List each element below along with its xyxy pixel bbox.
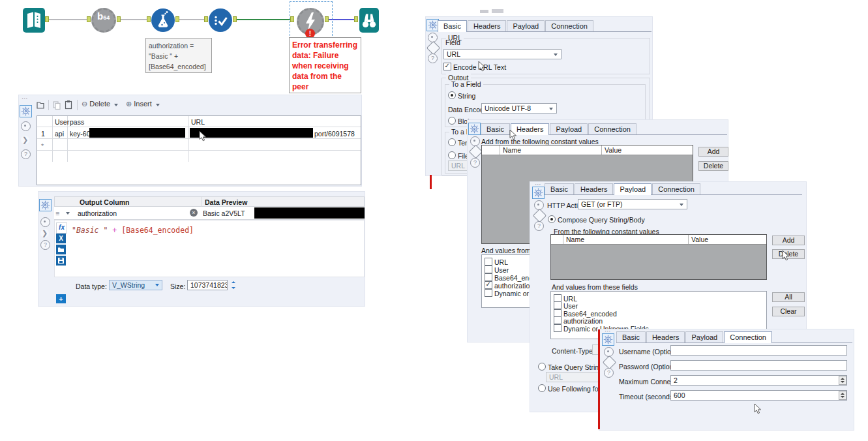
cell-user[interactable]: api: [55, 130, 64, 138]
column-header-pass[interactable]: pass: [70, 118, 84, 126]
output-anchor[interactable]: [233, 16, 237, 22]
help-icon[interactable]: ?: [428, 53, 438, 63]
tab-connection[interactable]: Connection: [724, 331, 772, 343]
input-anchor[interactable]: [204, 16, 208, 22]
formula-annotation-box[interactable]: authorization = "Basic " + [Base64_encod…: [145, 38, 212, 73]
help-icon[interactable]: ?: [470, 158, 480, 168]
help-icon[interactable]: ?: [40, 240, 50, 250]
tab-basic[interactable]: Basic: [438, 20, 467, 32]
tag-icon[interactable]: [469, 145, 483, 159]
output-column-name[interactable]: authorization: [78, 209, 117, 217]
encode-url-checkbox[interactable]: [443, 63, 451, 70]
tab-basic[interactable]: Basic: [545, 183, 574, 194]
column-header-user[interactable]: User: [55, 118, 69, 126]
take-query-radio[interactable]: [538, 363, 546, 371]
fx-icon[interactable]: fx: [56, 222, 67, 234]
formula-tool-icon[interactable]: [151, 8, 175, 32]
input-anchor[interactable]: [147, 16, 151, 22]
blob-radio[interactable]: [448, 117, 456, 125]
all-fields-button[interactable]: All: [772, 292, 805, 302]
tag-icon[interactable]: [427, 41, 440, 55]
output-anchor[interactable]: [45, 16, 49, 22]
timeout-spinner[interactable]: [839, 391, 846, 400]
config-tab-selected[interactable]: [468, 123, 481, 135]
help-icon[interactable]: ?: [604, 368, 614, 378]
use-following-radio[interactable]: [538, 384, 546, 392]
target-icon[interactable]: [21, 121, 31, 131]
clear-fields-button[interactable]: Clear: [772, 307, 805, 316]
variables-icon[interactable]: X: [56, 234, 66, 243]
tab-connection[interactable]: Connection: [588, 123, 636, 134]
config-tab-selected[interactable]: [39, 199, 52, 211]
field-checkbox-dynamic[interactable]: [485, 289, 492, 297]
text-input-tool-icon[interactable]: [23, 8, 45, 33]
string-radio[interactable]: [448, 91, 456, 99]
copy-icon[interactable]: [52, 100, 61, 110]
config-tab-selected[interactable]: [602, 333, 614, 346]
max-connections-spinner[interactable]: [839, 376, 846, 385]
password-input[interactable]: [670, 360, 847, 371]
paste-icon[interactable]: [64, 100, 73, 110]
tab-connection[interactable]: Connection: [545, 20, 593, 31]
compose-query-radio[interactable]: [548, 215, 556, 223]
size-input[interactable]: 1073741823: [187, 280, 228, 290]
add-payload-button[interactable]: Add: [772, 236, 805, 245]
size-spinner[interactable]: [230, 280, 238, 290]
new-row-marker[interactable]: *: [41, 142, 44, 150]
tab-headers[interactable]: Headers: [575, 183, 614, 194]
config-tab-selected[interactable]: [532, 187, 545, 199]
open-file-icon[interactable]: [36, 100, 45, 110]
output-anchor[interactable]: [175, 16, 179, 22]
field-checkbox-user[interactable]: [554, 301, 561, 309]
max-connections-input[interactable]: 2: [670, 375, 847, 386]
tab-payload[interactable]: Payload: [550, 123, 588, 134]
help-icon[interactable]: ?: [534, 221, 544, 231]
filename-radio[interactable]: [448, 151, 456, 159]
remove-expression-icon[interactable]: ×: [190, 209, 198, 217]
username-input[interactable]: [670, 345, 847, 356]
field-checkbox-authorization[interactable]: [485, 281, 492, 289]
field-checkbox-authorization[interactable]: [554, 316, 561, 324]
tab-payload[interactable]: Payload: [685, 331, 723, 342]
tab-payload[interactable]: Payload: [614, 183, 651, 195]
chevron-icon[interactable]: ❯: [40, 229, 49, 237]
expression-editor[interactable]: fx X "Basic " + [Base64_encoded]: [54, 220, 365, 277]
delete-row-button[interactable]: ⊖ Delete: [82, 100, 118, 108]
timeout-input[interactable]: 600: [670, 390, 847, 401]
output-anchor[interactable]: [117, 16, 121, 22]
row-grip-icon[interactable]: ≡: [55, 209, 59, 217]
input-anchor[interactable]: [87, 16, 91, 22]
http-action-dropdown[interactable]: GET (or FTP): [578, 199, 687, 209]
error-annotation-box[interactable]: Error transferring data: Failure when re…: [289, 37, 361, 93]
field-checkbox-user[interactable]: [485, 266, 492, 273]
help-icon[interactable]: ?: [21, 149, 31, 159]
chevron-icon[interactable]: ❯: [21, 136, 29, 144]
insert-row-button[interactable]: ⊕ Insert: [126, 100, 160, 108]
add-header-button[interactable]: Add: [698, 147, 728, 157]
temporary-file-radio[interactable]: [448, 138, 456, 146]
select-tool-icon[interactable]: [209, 8, 232, 32]
tag-icon[interactable]: [603, 356, 616, 369]
cell-url-suffix[interactable]: port/6091578: [314, 130, 355, 138]
tab-basic[interactable]: Basic: [616, 331, 646, 342]
expression-row[interactable]: ≡ authorization × Basic a2V5LT: [54, 207, 365, 220]
tab-headers[interactable]: Headers: [468, 20, 507, 31]
field-checkbox-url[interactable]: [485, 258, 492, 266]
tag-icon[interactable]: [533, 209, 546, 222]
cell-pass-prefix[interactable]: key-60: [70, 130, 91, 138]
column-header-url[interactable]: URL: [191, 118, 205, 126]
chevron-down-icon[interactable]: [66, 212, 70, 215]
tab-basic[interactable]: Basic: [481, 123, 510, 134]
add-expression-button[interactable]: +: [56, 294, 66, 303]
delete-header-button[interactable]: Delete: [698, 161, 728, 171]
expression-text[interactable]: "Basic " + [Base64_encoded]: [72, 226, 194, 235]
config-tab-selected[interactable]: [20, 105, 32, 117]
open-expression-icon[interactable]: [56, 245, 66, 254]
tab-payload[interactable]: Payload: [507, 20, 545, 31]
save-expression-icon[interactable]: [56, 256, 66, 266]
tab-headers[interactable]: Headers: [646, 331, 685, 342]
url-field-dropdown[interactable]: URL: [443, 49, 561, 59]
panel-grip[interactable]: ⋯: [22, 97, 28, 100]
encoding-dropdown[interactable]: Unicode UTF-8: [481, 103, 557, 114]
target-icon[interactable]: [40, 217, 50, 227]
